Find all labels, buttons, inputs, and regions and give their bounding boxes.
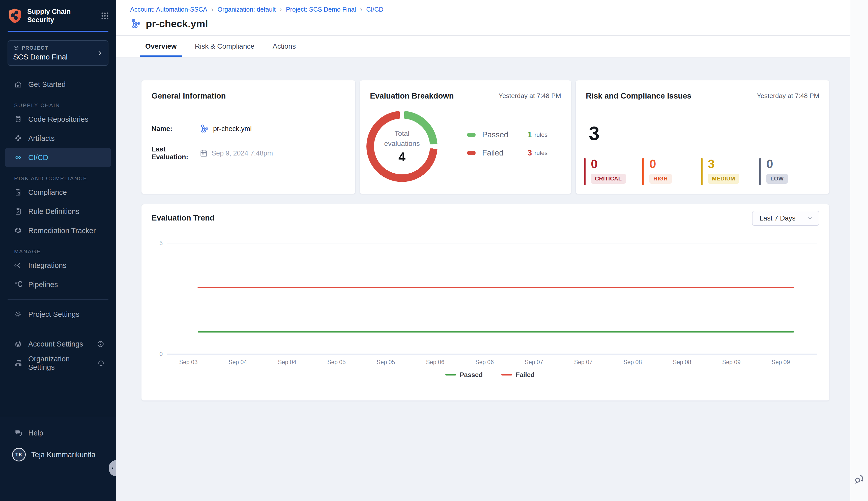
passed-swatch	[467, 133, 475, 137]
sidebar-item-label: Rule Definitions	[28, 207, 80, 216]
svg-text:5: 5	[159, 240, 163, 246]
module-switcher-grid-icon[interactable]	[101, 11, 109, 20]
name-value: pr-check.yml	[213, 125, 252, 133]
code-repository-icon	[14, 115, 22, 123]
sidebar-item-compliance[interactable]: Compliance	[5, 183, 111, 202]
sidebar-item-artifacts[interactable]: Artifacts	[5, 129, 111, 148]
date-range-select[interactable]: Last 7 Days	[752, 211, 819, 226]
breadcrumb-project-link[interactable]: Project: SCS Demo Final	[286, 6, 356, 13]
severity-critical: 0 CRITICAL	[584, 158, 638, 185]
svg-text:Sep 06: Sep 06	[426, 359, 445, 365]
chevron-down-icon	[807, 215, 813, 222]
severity-bar	[642, 158, 644, 185]
project-selector-label: PROJECT	[22, 45, 48, 51]
svg-text:0: 0	[159, 351, 163, 358]
sidebar-item-help[interactable]: ? Help	[5, 423, 111, 443]
avatar: TK	[12, 448, 26, 461]
app-title-line1: Supply Chain	[27, 8, 101, 16]
content-area: General Information Name: pr-chec	[116, 57, 850, 501]
legend-row-passed: Passed 1 rules	[467, 130, 547, 139]
page-title: pr-check.yml	[146, 18, 208, 30]
evaluations-donut-chart: Total evaluations 4	[366, 111, 438, 182]
chevron-right-icon	[96, 50, 103, 56]
right-rail	[850, 0, 868, 501]
tab-actions[interactable]: Actions	[267, 36, 301, 57]
project-selector[interactable]: PROJECT SCS Demo Final	[8, 40, 108, 66]
severity-high: 0 HIGH	[642, 158, 697, 185]
sidebar-nav: Get Started SUPPLY CHAIN Code Repositori…	[0, 66, 116, 373]
severity-bar	[701, 158, 703, 185]
severity-medium: 3 MEDIUM	[701, 158, 755, 185]
breadcrumb-separator: ›	[211, 6, 213, 13]
pipelines-flow-icon	[14, 280, 22, 289]
svg-text:Sep 07: Sep 07	[574, 359, 593, 365]
sidebar-item-label: Get Started	[28, 81, 65, 89]
sidebar-footer: ? Help TK Teja Kummarikuntla	[0, 416, 116, 501]
risk-issues-timestamp: Yesterday at 7:48 PM	[757, 92, 819, 100]
high-badge: HIGH	[649, 174, 672, 184]
tab-overview[interactable]: Overview	[140, 36, 182, 57]
passed-unit: rules	[534, 131, 547, 138]
tab-risk-and-compliance[interactable]: Risk & Compliance	[189, 36, 260, 57]
sidebar-item-pipelines[interactable]: Pipelines	[5, 275, 111, 294]
info-icon[interactable]	[97, 340, 104, 348]
sidebar-item-integrations[interactable]: Integrations	[5, 256, 111, 275]
passed-count: 1	[527, 130, 532, 139]
app-title: Supply Chain Security	[27, 8, 101, 24]
legend-row-failed: Failed 3 rules	[467, 148, 547, 158]
artifacts-icon	[14, 134, 22, 142]
low-count: 0	[766, 158, 814, 170]
breadcrumb: Account: Automation-SSCA › Organization:…	[130, 6, 850, 13]
name-label: Name:	[151, 125, 199, 133]
sidebar-header: Supply Chain Security	[0, 0, 116, 31]
support-chat-icon[interactable]	[854, 473, 865, 485]
page-header: Account: Automation-SSCA › Organization:…	[116, 0, 850, 36]
svg-text:Sep 07: Sep 07	[525, 359, 543, 365]
home-icon	[14, 81, 22, 88]
last-evaluation-value: Sep 9, 2024 7:48pm	[212, 149, 273, 157]
svg-text:Sep 08: Sep 08	[624, 359, 642, 365]
sidebar-item-account-settings[interactable]: Account Settings	[5, 334, 111, 354]
pipeline-file-icon	[130, 18, 142, 30]
critical-count: 0	[591, 158, 638, 170]
sidebar-item-label: Pipelines	[28, 280, 58, 289]
user-menu[interactable]: TK Teja Kummarikuntla	[5, 447, 111, 463]
svg-text:Sep 09: Sep 09	[772, 359, 790, 365]
sidebar-item-label: Integrations	[28, 261, 66, 270]
sidebar-item-label: Project Settings	[28, 310, 80, 319]
sidebar-item-organization-settings[interactable]: Organization Settings	[5, 354, 111, 373]
breadcrumb-account-link[interactable]: Account: Automation-SSCA	[130, 6, 207, 13]
info-icon[interactable]	[97, 359, 104, 367]
evaluation-breakdown-timestamp: Yesterday at 7:48 PM	[499, 92, 561, 100]
sidebar-item-cicd[interactable]: CI/CD	[5, 148, 111, 167]
main-area: Account: Automation-SSCA › Organization:…	[116, 0, 850, 501]
breadcrumb-cicd-link[interactable]: CI/CD	[366, 6, 383, 13]
sidebar-item-label: Organization Settings	[28, 355, 92, 372]
failed-count: 3	[527, 148, 532, 158]
sidebar-item-project-settings[interactable]: Project Settings	[5, 305, 111, 324]
failed-swatch	[467, 151, 475, 155]
sidebar-item-code-repositories[interactable]: Code Repositories	[5, 110, 111, 129]
last-evaluation-label: Last Evaluation:	[151, 146, 199, 161]
sidebar-item-label: Help	[28, 429, 43, 437]
app-title-line2: Security	[27, 16, 101, 24]
breadcrumb-separator: ›	[360, 6, 362, 13]
severity-bar	[584, 158, 586, 185]
svg-text:Sep 03: Sep 03	[179, 359, 198, 365]
sidebar-item-label: Artifacts	[28, 134, 55, 143]
collapse-left-arrow-icon	[111, 466, 115, 470]
infinity-cicd-icon	[14, 153, 22, 161]
failed-label: Failed	[482, 148, 527, 158]
evaluation-breakdown-card: Evaluation Breakdown Yesterday at 7:48 P…	[359, 80, 572, 194]
donut-total-value: 4	[398, 150, 406, 164]
sidebar-item-rule-definitions[interactable]: Rule Definitions	[5, 202, 111, 221]
breadcrumb-organization-link[interactable]: Organization: default	[217, 6, 276, 13]
project-selector-value: SCS Demo Final	[13, 53, 96, 61]
gear-icon	[14, 310, 22, 318]
evaluation-trend-line-chart: 50Sep 03Sep 04Sep 04Sep 05Sep 05Sep 06Se…	[151, 232, 820, 388]
sidebar-item-get-started[interactable]: Get Started	[5, 75, 111, 94]
svg-text:Failed: Failed	[516, 371, 535, 379]
supply-chain-security-logo-icon	[8, 8, 22, 24]
sidebar-item-remediation-tracker[interactable]: Remediation Tracker	[5, 221, 111, 240]
low-badge: LOW	[766, 174, 788, 184]
